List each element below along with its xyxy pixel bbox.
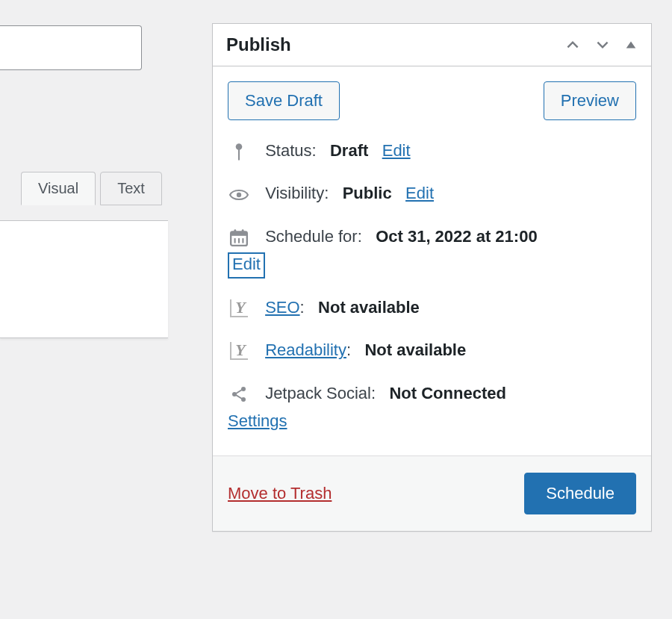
post-title-input[interactable] [0, 25, 142, 70]
readability-row: Y Readability: Not available [228, 336, 636, 364]
visibility-edit-link[interactable]: Edit [405, 184, 434, 202]
share-icon [228, 385, 250, 404]
yoast-icon: Y [228, 299, 250, 318]
svg-line-14 [236, 390, 242, 394]
svg-rect-10 [242, 238, 243, 243]
publish-panel-header: Publish [213, 24, 651, 66]
visibility-label: Visibility: [265, 184, 329, 202]
jetpack-label: Jetpack Social: [265, 384, 376, 402]
svg-point-3 [237, 192, 241, 196]
status-label: Status: [265, 141, 316, 160]
visibility-row: Visibility: Public Edit [228, 179, 636, 207]
pin-icon [228, 142, 250, 161]
schedule-label: Schedule for: [265, 227, 362, 246]
yoast-icon: Y [228, 341, 250, 361]
readability-sep: : [346, 340, 351, 359]
publish-panel: Publish Save Draft Preview Stat [212, 23, 652, 532]
jetpack-row: Jetpack Social: Not Connected Settings [228, 379, 636, 435]
readability-link[interactable]: Readability [265, 340, 346, 359]
seo-link[interactable]: SEO [265, 298, 299, 317]
svg-rect-8 [234, 238, 236, 243]
editor-tab-bar: Visual Text [21, 172, 162, 205]
preview-button[interactable]: Preview [544, 81, 636, 120]
tab-text[interactable]: Text [100, 172, 162, 205]
panel-move-up-icon[interactable] [564, 37, 581, 53]
jetpack-value: Not Connected [389, 384, 505, 402]
publish-panel-title: Publish [226, 34, 291, 55]
panel-move-down-icon[interactable] [594, 37, 611, 53]
svg-marker-0 [626, 42, 636, 49]
status-value: Draft [330, 141, 368, 160]
schedule-edit-link[interactable]: Edit [228, 252, 265, 279]
svg-rect-5 [231, 231, 247, 235]
seo-sep: : [300, 298, 305, 317]
schedule-button[interactable]: Schedule [524, 473, 636, 514]
svg-rect-9 [238, 238, 240, 243]
schedule-row: Schedule for: Oct 31, 2022 at 21:00 Edit [228, 223, 636, 279]
status-row: Status: Draft Edit [228, 137, 636, 164]
readability-value: Not available [364, 340, 466, 359]
tab-visual[interactable]: Visual [21, 172, 96, 205]
svg-line-15 [236, 395, 242, 399]
calendar-icon [228, 228, 250, 247]
eye-icon [228, 185, 250, 205]
schedule-value: Oct 31, 2022 at 21:00 [376, 227, 537, 246]
save-draft-button[interactable]: Save Draft [228, 81, 340, 120]
svg-rect-7 [242, 229, 244, 233]
visibility-value: Public [343, 184, 392, 202]
svg-rect-2 [238, 149, 240, 161]
publish-footer: Move to Trash Schedule [213, 455, 651, 531]
svg-rect-6 [234, 229, 237, 233]
status-edit-link[interactable]: Edit [382, 141, 411, 160]
panel-collapse-icon[interactable] [624, 38, 638, 52]
publish-button-row: Save Draft Preview [228, 81, 636, 120]
seo-value: Not available [318, 298, 420, 317]
seo-row: Y SEO: Not available [228, 293, 636, 321]
move-to-trash-link[interactable]: Move to Trash [228, 484, 332, 503]
editor-body[interactable] [0, 220, 168, 338]
jetpack-settings-link[interactable]: Settings [228, 411, 287, 430]
